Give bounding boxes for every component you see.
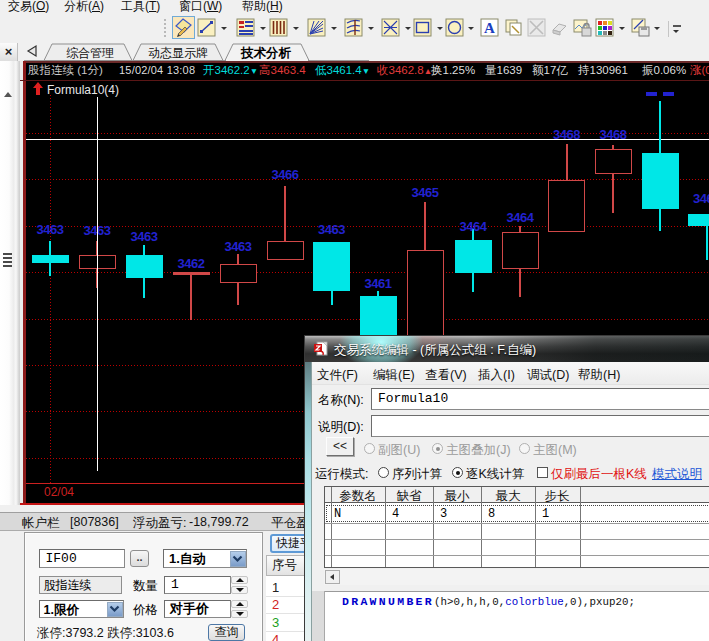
svg-text:A: A <box>484 20 495 36</box>
svg-text:技术分析: 技术分析 <box>240 46 292 60</box>
svg-text:综合管理: 综合管理 <box>66 46 114 60</box>
svg-text:动态显示牌: 动态显示牌 <box>148 46 208 60</box>
